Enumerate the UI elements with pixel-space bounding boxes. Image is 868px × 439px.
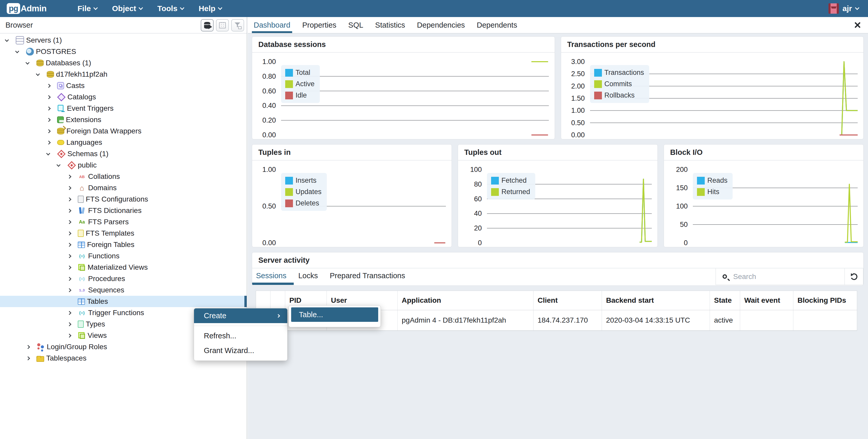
- chevron-right-icon[interactable]: [26, 356, 30, 360]
- legend-swatch: [491, 188, 499, 196]
- chevron-right-icon[interactable]: [67, 277, 71, 281]
- tree-item-icon-house: ⌂: [78, 184, 86, 192]
- menubar-item-tools[interactable]: Tools: [157, 4, 184, 13]
- chevron-down-icon[interactable]: [15, 49, 20, 53]
- chart-plot-area: 1.000.800.600.400.200.00TotalActiveIdle: [252, 53, 555, 139]
- sidebar-item-catalogs[interactable]: Catalogs: [0, 91, 247, 103]
- tree-chevron-slot: [47, 141, 57, 144]
- context-menu-item-refresh[interactable]: Refresh...: [194, 329, 287, 343]
- chevron-right-icon[interactable]: [67, 174, 71, 178]
- chevron-down-icon[interactable]: [5, 38, 9, 42]
- tab-dependencies[interactable]: Dependencies: [417, 17, 465, 33]
- sidebar-item-languages[interactable]: Languages: [0, 137, 247, 148]
- tree-chevron-slot: [67, 334, 78, 337]
- tab-properties[interactable]: Properties: [302, 17, 336, 33]
- column-header-blocking-pids: Blocking PIDs: [793, 291, 858, 310]
- sidebar-item-fts-templates[interactable]: FTS Templates: [0, 228, 247, 239]
- menu-separator: [194, 326, 287, 326]
- close-icon[interactable]: [854, 21, 861, 29]
- menubar-item-object[interactable]: Object: [112, 4, 142, 13]
- sidebar-item-sequences[interactable]: 1..3Sequences: [0, 284, 247, 296]
- chevron-down-icon[interactable]: [46, 151, 51, 155]
- sidebar-item-procedures[interactable]: {≡}Procedures: [0, 273, 247, 284]
- tree-chevron-slot: [47, 130, 57, 133]
- server-activity-tabs: SessionsLocksPrepared Transactions: [252, 268, 863, 285]
- legend-label: Idle: [296, 91, 307, 99]
- chevron-right-icon[interactable]: [67, 254, 71, 258]
- sidebar-item-databases-1[interactable]: Databases (1): [0, 57, 247, 69]
- sidebar-item-postgres[interactable]: POSTGRES: [0, 46, 247, 57]
- sidebar-item-extensions[interactable]: Extensions: [0, 114, 247, 126]
- tab-statistics[interactable]: Statistics: [375, 17, 405, 33]
- chevron-right-icon[interactable]: [67, 197, 71, 201]
- chevron-down-icon: [180, 6, 184, 10]
- sidebar-item-d17fekh11pf2ah[interactable]: d17fekh11pf2ah: [0, 69, 247, 80]
- chevron-right-icon[interactable]: [26, 345, 30, 349]
- view-data-button[interactable]: [216, 19, 229, 32]
- filtered-rows-button[interactable]: [231, 19, 244, 32]
- tree-item-label: Trigger Functions: [88, 309, 144, 317]
- chevron-right-icon[interactable]: [47, 106, 51, 110]
- sidebar-item-event-triggers[interactable]: Event Triggers: [0, 103, 247, 114]
- context-menu-item-grant-wizard[interactable]: Grant Wizard...: [194, 343, 287, 358]
- sidebar-item-foreign-data-wrappers[interactable]: Foreign Data Wrappers: [0, 126, 247, 137]
- tab-sql[interactable]: SQL: [348, 17, 363, 33]
- icon-glyph: Aa: [79, 220, 85, 224]
- context-menu-item-create[interactable]: Create: [194, 308, 287, 323]
- sidebar-item-public[interactable]: public: [0, 160, 247, 171]
- sidebar-item-materialized-views[interactable]: Materialized Views: [0, 262, 247, 273]
- tree-item-label: Casts: [66, 81, 85, 90]
- activity-tab-prepared-transactions[interactable]: Prepared Transactions: [330, 268, 405, 283]
- tab-dependents[interactable]: Dependents: [477, 17, 517, 33]
- chevron-right-icon[interactable]: [67, 243, 71, 247]
- chevron-right-icon[interactable]: [67, 311, 71, 315]
- chevron-right-icon[interactable]: [47, 83, 51, 88]
- chart-panel-transactions-per-second: Transactions per second3.002.502.001.501…: [561, 36, 864, 139]
- chevron-right-icon[interactable]: [67, 322, 71, 326]
- logo-admin-text: Admin: [21, 4, 46, 13]
- sidebar-item-casts[interactable]: Casts: [0, 80, 247, 91]
- icon-glyph: {≡}: [79, 254, 85, 258]
- chevron-right-icon[interactable]: [67, 220, 71, 224]
- sidebar-item-fts-configurations[interactable]: FTS Configurations: [0, 194, 247, 205]
- sidebar-item-fts-dictionaries[interactable]: FTS Dictionaries: [0, 205, 247, 216]
- tree-chevron-slot: [67, 311, 78, 314]
- y-tick-label: 2.00: [561, 82, 585, 90]
- chevron-down-icon[interactable]: [57, 163, 61, 167]
- chevron-right-icon[interactable]: [47, 140, 51, 144]
- refresh-button[interactable]: [844, 268, 863, 285]
- user-menu[interactable]: ajr: [829, 3, 859, 14]
- sidebar-item-tables[interactable]: Tables: [0, 296, 247, 307]
- chevron-down-icon[interactable]: [26, 60, 30, 65]
- query-tool-button[interactable]: [201, 19, 214, 32]
- chevron-down-icon[interactable]: [36, 72, 40, 76]
- sidebar-item-schemas-1[interactable]: Schemas (1): [0, 148, 247, 160]
- menu-item-label: Refresh...: [204, 332, 237, 340]
- activity-tab-sessions[interactable]: Sessions: [256, 268, 286, 283]
- chevron-right-icon[interactable]: [67, 186, 71, 190]
- menubar-item-file[interactable]: File: [78, 4, 97, 13]
- chevron-right-icon[interactable]: [67, 288, 71, 292]
- sidebar-item-fts-parsers[interactable]: AaFTS Parsers: [0, 216, 247, 228]
- search-input[interactable]: [733, 272, 831, 281]
- legend-item: Hits: [697, 188, 727, 196]
- chevron-right-icon[interactable]: [67, 265, 71, 269]
- menubar-item-help[interactable]: Help: [199, 4, 222, 13]
- sidebar-item-servers-1[interactable]: Servers (1): [0, 35, 247, 46]
- sidebar-item-domains[interactable]: ⌂Domains: [0, 182, 247, 194]
- chevron-right-icon[interactable]: [67, 208, 71, 213]
- context-submenu-item-table[interactable]: Table...: [291, 307, 378, 322]
- chevron-right-icon[interactable]: [67, 333, 71, 338]
- sidebar-item-foreign-tables[interactable]: Foreign Tables: [0, 239, 247, 250]
- activity-tab-locks[interactable]: Locks: [299, 268, 318, 283]
- chevron-right-icon[interactable]: [47, 118, 51, 122]
- tab-dashboard[interactable]: Dashboard: [254, 17, 290, 33]
- chevron-right-icon[interactable]: [67, 231, 71, 235]
- chevron-right-icon[interactable]: [47, 129, 51, 133]
- sidebar-item-collations[interactable]: ABCollations: [0, 171, 247, 182]
- chart-plot-area: 1.000.500.00InsertsUpdatesDeletes: [252, 161, 452, 247]
- sidebar-item-functions[interactable]: {≡}Functions: [0, 250, 247, 262]
- y-tick-label: 0.60: [252, 87, 276, 95]
- chevron-right-icon[interactable]: [47, 95, 51, 99]
- legend-swatch: [697, 177, 705, 184]
